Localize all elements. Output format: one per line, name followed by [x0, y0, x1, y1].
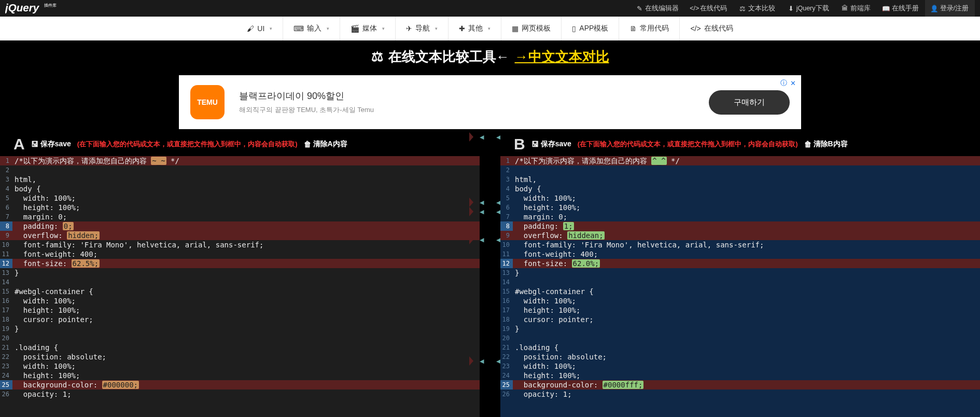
code-line[interactable]: 2	[0, 165, 480, 175]
save-a-button[interactable]: 🖫保存save	[31, 140, 71, 149]
save-b-button[interactable]: 🖫保存save	[531, 140, 571, 149]
code-line[interactable]: 17 height: 100%;	[500, 305, 980, 315]
chevron-right-icon: ◀	[496, 358, 500, 365]
menu-ui[interactable]: 🖌UI▾	[236, 17, 283, 40]
code-line[interactable]: 21.loading {	[500, 343, 980, 352]
nav-download[interactable]: ⬇jQuery下载	[781, 0, 835, 17]
code-line[interactable]: 21.loading {	[0, 343, 480, 352]
chevron-left-icon: ◀	[480, 358, 484, 365]
line-number: 19	[500, 324, 513, 333]
nav-diff[interactable]: ⚖文本比较	[733, 0, 781, 17]
code-line[interactable]: 7 margin: 0;	[500, 212, 980, 221]
code-text: body {	[513, 184, 541, 193]
code-line[interactable]: 19}	[500, 324, 980, 333]
code-line[interactable]: 23 width: 100%;	[0, 362, 480, 371]
code-line[interactable]: 13}	[500, 268, 980, 277]
code-line[interactable]: 10 font-family: 'Fira Mono', helvetica, …	[0, 240, 480, 249]
logo[interactable]: jQuery插件库	[5, 1, 67, 16]
menu-nav[interactable]: ✈导航▾	[396, 17, 449, 40]
diff-connector-mark[interactable]: ◀◀	[480, 207, 500, 216]
code-line[interactable]: 18 cursor: pointer;	[500, 315, 980, 324]
nav-frontend[interactable]: 🏛前端库	[835, 0, 877, 17]
code-line[interactable]: 6 height: 100%;	[500, 203, 980, 212]
code-line[interactable]: 18 cursor: pointer;	[0, 315, 480, 324]
nav-editor[interactable]: ✎在线编辑器	[630, 0, 685, 17]
code-line[interactable]: 12 font-size: 62.0%;	[500, 259, 980, 268]
code-line[interactable]: 26 opacity: 1;	[500, 390, 980, 399]
code-line[interactable]: 11 font-weight: 400;	[0, 249, 480, 259]
code-line[interactable]: 1/*以下为演示内容，请添加您自己的内容 ^_^ */	[500, 156, 980, 165]
chevron-down-icon: ▾	[488, 26, 491, 31]
code-line[interactable]: 1/*以下为演示内容，请添加您自己的内容 ~_~ */	[0, 156, 480, 165]
diff-connector-mark[interactable]: ◀◀	[480, 132, 500, 142]
topbar: jQuery插件库 ✎在线编辑器 </>在线代码 ⚖文本比较 ⬇jQuery下载…	[0, 0, 980, 17]
code-line[interactable]: 4body {	[0, 184, 480, 193]
code-line[interactable]: 13}	[0, 268, 480, 277]
code-line[interactable]: 23 width: 100%;	[500, 362, 980, 371]
code-line[interactable]: 10 font-family: 'Fira Mono', helvetica, …	[500, 240, 980, 249]
code-line[interactable]: 16 width: 100%;	[0, 296, 480, 305]
code-line[interactable]: 11 font-weight: 400;	[500, 249, 980, 259]
line-number: 13	[0, 268, 12, 277]
code-line[interactable]: 20	[500, 333, 980, 343]
line-number: 15	[500, 287, 513, 296]
code-line[interactable]: 9 overflow: hiddean;	[500, 231, 980, 240]
ad-banner[interactable]: ⓘ✕ TEMU 블랙프라이데이 90%할인 해외직구의 끝판왕 TEMU, 초특…	[179, 75, 801, 129]
code-line[interactable]: 9 overflow: hidden;	[0, 231, 480, 240]
code-line[interactable]: 4body {	[500, 184, 980, 193]
code-line[interactable]: 5 width: 100%;	[0, 193, 480, 203]
menu-input[interactable]: ⌨输入▾	[283, 17, 340, 40]
nav-login[interactable]: 👤登录/注册	[925, 0, 975, 17]
code-line[interactable]: 5 width: 100%;	[500, 193, 980, 203]
menu-app-template[interactable]: ▯APP模板	[562, 17, 619, 40]
code-line[interactable]: 3html,	[0, 175, 480, 184]
code-line[interactable]: 3html,	[500, 175, 980, 184]
code-line[interactable]: 14	[0, 277, 480, 287]
menu-web-template[interactable]: ▦网页模板	[501, 17, 562, 40]
code-line[interactable]: 15#webgl-container {	[500, 287, 980, 296]
diff-connector-mark[interactable]: ◀◀	[480, 198, 500, 207]
editor-b[interactable]: 1/*以下为演示内容，请添加您自己的内容 ^_^ */23html,4body …	[500, 156, 980, 417]
page-title: ⚖ 在线文本比较工具← →中文文本对比	[371, 48, 609, 66]
code-line[interactable]: 17 height: 100%;	[0, 305, 480, 315]
menu-online-code[interactable]: </>在线代码	[680, 17, 743, 40]
code-line[interactable]: 14	[500, 277, 980, 287]
line-number: 4	[0, 184, 12, 193]
code-line[interactable]: 25 background-color: #000000;	[0, 380, 480, 390]
diff-connector-mark[interactable]: ◀◀	[480, 235, 500, 244]
code-line[interactable]: 24 height: 100%;	[500, 371, 980, 380]
menu-other[interactable]: ✚其他▾	[449, 17, 501, 40]
nav-code[interactable]: </>在线代码	[685, 0, 733, 17]
code-line[interactable]: 20	[0, 333, 480, 343]
chevron-down-icon: ▾	[382, 26, 385, 31]
code-line[interactable]: 12 font-size: 62.5%;	[0, 259, 480, 268]
code-line[interactable]: 22 position: absolute;	[0, 352, 480, 362]
code-line[interactable]: 8 padding: 1;	[500, 221, 980, 231]
code-line[interactable]: 22 position: absolute;	[500, 352, 980, 362]
clear-b-button[interactable]: 🗑清除B内容	[804, 140, 848, 149]
code-line[interactable]: 16 width: 100%;	[500, 296, 980, 305]
code-line[interactable]: 8 padding: 0;	[0, 221, 480, 231]
code-line[interactable]: 7 margin: 0;	[0, 212, 480, 221]
clear-a-button[interactable]: 🗑清除A内容	[304, 140, 347, 149]
line-number: 1	[500, 156, 513, 165]
code-line[interactable]: 2	[500, 165, 980, 175]
diff-connector-mark[interactable]: ◀◀	[480, 356, 500, 366]
title-link[interactable]: →中文文本对比	[515, 48, 609, 66]
code-line[interactable]: 19}	[0, 324, 480, 333]
ad-info[interactable]: ⓘ✕	[780, 78, 796, 88]
line-number: 1	[0, 156, 12, 165]
code-line[interactable]: 26 opacity: 1;	[0, 390, 480, 399]
pane-b-header: B 🖫保存save (在下面输入您的代码或文本，或直接把文件拖入到框中，内容会自…	[500, 132, 980, 156]
code-line[interactable]: 6 height: 100%;	[0, 203, 480, 212]
code-text: }	[12, 324, 19, 333]
menu-media[interactable]: 🎬媒体▾	[340, 17, 396, 40]
editor-a[interactable]: 1/*以下为演示内容，请添加您自己的内容 ~_~ */23html,4body …	[0, 156, 480, 417]
code-line[interactable]: 15#webgl-container {	[0, 287, 480, 296]
nav-manual[interactable]: 📖在线手册	[877, 0, 925, 17]
ad-cta-button[interactable]: 구매하기	[709, 90, 790, 115]
title-plain: 在线文本比较工具←	[388, 48, 510, 66]
menu-common-code[interactable]: 🗎常用代码	[619, 17, 680, 40]
code-line[interactable]: 24 height: 100%;	[0, 371, 480, 380]
code-line[interactable]: 25 background-color: #0000fff;	[500, 380, 980, 390]
